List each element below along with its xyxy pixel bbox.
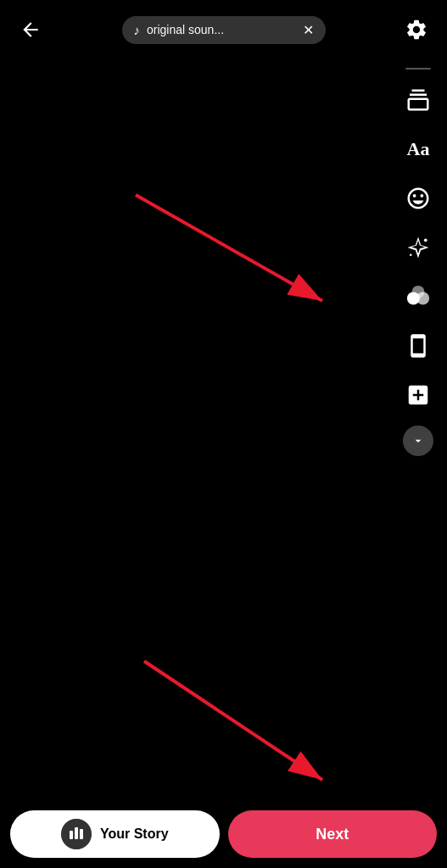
your-story-button[interactable]: Your Story [10, 810, 220, 858]
svg-line-6 [136, 195, 322, 301]
annotation-arrow-1 [110, 170, 365, 342]
sticker-cards-button[interactable] [400, 81, 437, 119]
back-button[interactable] [14, 13, 47, 47]
svg-point-0 [424, 238, 427, 242]
svg-line-8 [144, 661, 322, 780]
phone-frame-button[interactable] [400, 327, 437, 364]
text-button[interactable]: Aa [400, 131, 437, 168]
sound-text: original soun... [147, 23, 296, 36]
right-toolbar: Aa [400, 68, 437, 456]
next-label: Next [316, 826, 349, 843]
sound-pill[interactable]: ♪ original soun... ✕ [122, 16, 326, 44]
header: ♪ original soun... ✕ [0, 0, 447, 59]
emoji-button[interactable] [400, 180, 437, 217]
music-icon: ♪ [134, 23, 141, 37]
next-button[interactable]: Next [228, 810, 438, 858]
more-tools-button[interactable] [403, 426, 433, 456]
svg-point-4 [412, 286, 425, 298]
svg-rect-10 [70, 831, 73, 839]
svg-rect-12 [80, 829, 83, 839]
annotation-arrow-2 [119, 644, 373, 817]
avatar [61, 819, 92, 849]
settings-button[interactable] [400, 13, 433, 47]
svg-point-1 [410, 254, 412, 257]
color-filter-button[interactable] [400, 278, 437, 315]
add-button[interactable] [400, 376, 437, 414]
svg-rect-11 [75, 827, 78, 839]
sound-close-icon[interactable]: ✕ [303, 22, 314, 38]
text-icon: Aa [407, 138, 430, 160]
your-story-label: Your Story [100, 826, 169, 842]
bottom-bar: Your Story Next [0, 800, 447, 868]
effects-button[interactable] [400, 229, 437, 266]
toolbar-divider [405, 68, 431, 70]
